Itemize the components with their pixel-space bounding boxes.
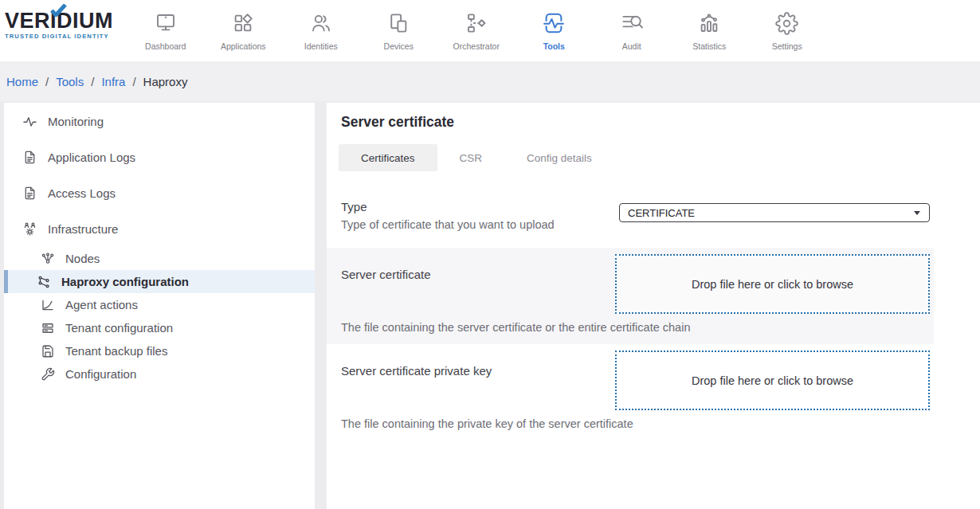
sidebar-item-label: Access Logs <box>48 186 116 200</box>
nav-label: Tools <box>543 41 565 51</box>
floppy-icon <box>41 344 55 358</box>
dropzone-text: Drop file here or click to browse <box>692 374 853 387</box>
breadcrumb-link-tools[interactable]: Tools <box>56 75 84 88</box>
chevron-down-icon <box>914 211 920 215</box>
sidebar-item-haproxy-configuration[interactable]: Haproxy configuration <box>4 270 315 293</box>
sidebar-item-label: Tenant configuration <box>65 321 173 335</box>
private-key-help: The file containing the private key of t… <box>341 417 934 430</box>
sidebar-infrastructure-children: Nodes Haproxy configuration Agent act <box>4 247 315 386</box>
type-field-text: Type Type of certificate that you want t… <box>341 200 555 231</box>
sidebar-item-label: Haproxy configuration <box>61 275 189 288</box>
nodes-icon <box>41 252 55 266</box>
nav-item-dashboard[interactable]: Dashboard <box>127 6 205 51</box>
sidebar-item-configuration[interactable]: Configuration <box>4 362 315 386</box>
tab-bar: Certificates CSR Config details <box>339 144 980 171</box>
nav-item-settings[interactable]: Settings <box>748 6 826 51</box>
sidebar-item-application-logs[interactable]: Application Logs <box>4 139 315 175</box>
sidebar-item-label: Monitoring <box>48 115 104 128</box>
document-icon <box>22 150 37 165</box>
nav-label: Settings <box>772 41 802 51</box>
type-field-label: Type <box>341 200 555 213</box>
flowchart-icon <box>465 6 488 35</box>
sidebar-item-monitoring[interactable]: Monitoring <box>4 104 315 139</box>
grid-icon <box>231 6 255 35</box>
sidebar-item-label: Agent actions <box>65 298 138 311</box>
server-certificate-top: Server certificate Drop file here or cli… <box>341 254 934 314</box>
nav-item-identities[interactable]: Identities <box>282 6 360 51</box>
main-panel: Server certificate Certificates CSR Conf… <box>327 103 980 509</box>
top-header: VERIDIUM TRUSTED DIGITAL IDENTITY Dashbo… <box>0 0 980 61</box>
nav-item-audit[interactable]: Audit <box>593 6 671 51</box>
sidebar-item-tenant-backup-files[interactable]: Tenant backup files <box>4 339 315 362</box>
logo-checkmark-icon <box>50 4 68 17</box>
sidebar-item-nodes[interactable]: Nodes <box>4 247 315 270</box>
pulse-icon <box>22 114 37 129</box>
sidebar-item-label: Application Logs <box>48 151 135 164</box>
logo-tagline: TRUSTED DIGITAL IDENTITY <box>5 33 124 40</box>
bar-chart-icon <box>697 6 721 35</box>
nav-label: Devices <box>384 41 414 51</box>
gear-icon <box>775 6 798 35</box>
dropzone-text: Drop file here or click to browse <box>692 278 853 291</box>
page-title: Server certificate <box>341 114 980 131</box>
body-region: Monitoring Application Logs Access Logs <box>0 101 980 509</box>
nav-label: Identities <box>304 41 338 51</box>
sidebar-item-tenant-configuration[interactable]: Tenant configuration <box>4 316 315 339</box>
tab-config-details[interactable]: Config details <box>504 144 614 171</box>
certificate-form: Type Type of certificate that you want t… <box>327 187 980 440</box>
document-icon <box>22 186 37 201</box>
server-certificate-label: Server certificate <box>341 268 431 281</box>
veridium-logo[interactable]: VERIDIUM TRUSTED DIGITAL IDENTITY <box>5 10 124 40</box>
breadcrumb-current: Haproxy <box>143 75 188 88</box>
type-field-help: Type of certificate that you want to upl… <box>341 218 555 231</box>
server-certificate-row: Server certificate Drop file here or cli… <box>327 248 934 344</box>
breadcrumb-link-infra[interactable]: Infra <box>101 75 125 88</box>
sidebar-item-agent-actions[interactable]: Agent actions <box>4 293 315 316</box>
pulse-square-icon <box>542 6 566 35</box>
nav-item-devices[interactable]: Devices <box>360 6 438 51</box>
server-stack-icon <box>41 321 55 335</box>
tab-certificates[interactable]: Certificates <box>339 144 437 171</box>
nav-item-applications[interactable]: Applications <box>205 6 283 51</box>
sidebar-item-access-logs[interactable]: Access Logs <box>4 175 315 211</box>
chart-line-icon <box>41 298 55 312</box>
devices-icon <box>386 6 410 35</box>
network-icon <box>37 275 51 289</box>
users-icon <box>309 6 333 35</box>
server-certificate-dropzone[interactable]: Drop file here or click to browse <box>615 254 930 314</box>
sidebar: Monitoring Application Logs Access Logs <box>4 103 315 509</box>
tab-csr[interactable]: CSR <box>437 144 505 171</box>
top-navigation: Dashboard Applications Identities <box>127 6 826 51</box>
type-field-row: Type Type of certificate that you want t… <box>327 187 980 248</box>
breadcrumb: Home / Tools / Infra / Haproxy <box>0 61 980 101</box>
logo-wordmark: VERIDIUM <box>5 10 124 32</box>
nav-label: Audit <box>622 41 641 51</box>
breadcrumb-link-home[interactable]: Home <box>6 75 38 88</box>
private-key-top: Server certificate private key Drop file… <box>341 350 934 410</box>
type-select-value: CERTIFICATE <box>628 207 695 219</box>
nav-item-tools[interactable]: Tools <box>515 6 594 51</box>
nav-label: Statistics <box>692 41 726 51</box>
nav-label: Orchestrator <box>453 41 500 51</box>
sidebar-item-label: Tenant backup files <box>65 344 167 358</box>
breadcrumb-separator: / <box>132 75 135 88</box>
nav-item-orchestrator[interactable]: Orchestrator <box>437 6 515 51</box>
nav-item-statistics[interactable]: Statistics <box>671 6 749 51</box>
breadcrumb-separator: / <box>91 75 94 88</box>
org-gear-icon <box>22 221 37 237</box>
sidebar-item-label: Nodes <box>65 252 100 265</box>
nav-label: Dashboard <box>145 41 186 51</box>
list-search-icon <box>620 6 644 35</box>
breadcrumb-separator: / <box>45 75 49 88</box>
server-certificate-help: The file containing the server certifica… <box>341 321 934 334</box>
sidebar-item-label: Configuration <box>65 367 136 381</box>
monitor-icon <box>154 6 178 35</box>
nav-label: Applications <box>221 41 266 51</box>
type-select[interactable]: CERTIFICATE <box>619 203 930 222</box>
private-key-dropzone[interactable]: Drop file here or click to browse <box>615 350 930 410</box>
sidebar-item-label: Infrastructure <box>48 222 118 236</box>
private-key-row: Server certificate private key Drop file… <box>327 344 934 440</box>
wrench-icon <box>41 367 55 382</box>
private-key-label: Server certificate private key <box>341 364 492 378</box>
sidebar-item-infrastructure[interactable]: Infrastructure <box>4 211 315 247</box>
